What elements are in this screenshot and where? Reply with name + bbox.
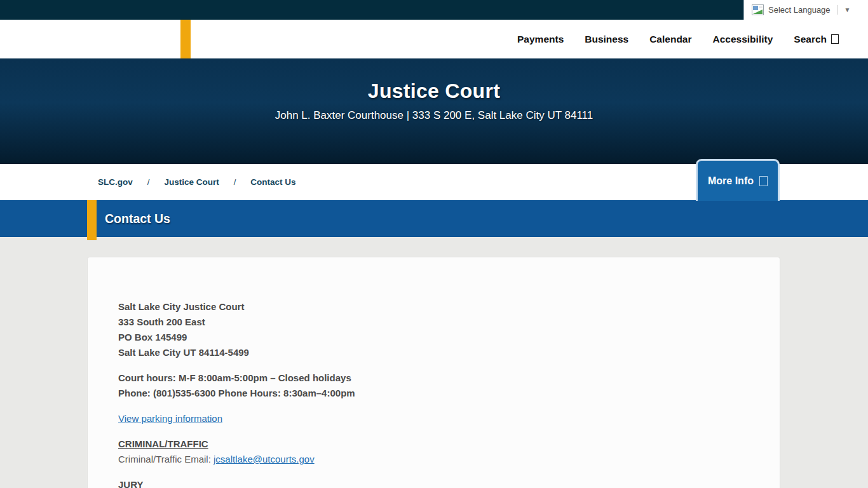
- content-background: Salt Lake City Justice Court 333 South 2…: [0, 237, 868, 488]
- search-icon: [831, 34, 839, 44]
- criminal-email-row: Criminal/Traffic Email: jcsaltlake@utcou…: [118, 452, 749, 467]
- top-utility-bar: Select Language ▼: [0, 0, 868, 20]
- main-navigation: Payments Business Calendar Accessibility…: [517, 20, 839, 58]
- criminal-email-label: Criminal/Traffic Email:: [118, 454, 214, 464]
- nav-item-business[interactable]: Business: [585, 34, 628, 45]
- contact-card: Salt Lake City Justice Court 333 South 2…: [87, 257, 780, 488]
- more-info-button[interactable]: More Info: [696, 159, 780, 201]
- breadcrumb-item-slcgov[interactable]: SLC.gov: [98, 177, 133, 187]
- section-title-band: Contact Us: [0, 200, 868, 237]
- gold-accent-stripe: [180, 20, 191, 58]
- hero-subtitle: John L. Baxter Courthouse | 333 S 200 E,…: [0, 109, 868, 122]
- address-line: Salt Lake City UT 84114-5499: [118, 345, 749, 360]
- chevron-down-icon: ▼: [843, 6, 851, 13]
- nav-item-calendar[interactable]: Calendar: [649, 34, 691, 45]
- more-info-label: More Info: [708, 175, 754, 187]
- hours-block: Court hours: M-F 8:00am-5:00pm – Closed …: [118, 370, 749, 401]
- breadcrumb: SLC.gov / Justice Court / Contact Us: [98, 164, 296, 200]
- address-line: 333 South 200 East: [118, 315, 749, 330]
- court-hours: Court hours: M-F 8:00am-5:00pm – Closed …: [118, 370, 749, 386]
- language-selector[interactable]: Select Language ▼: [743, 0, 868, 20]
- language-selector-label: Select Language: [768, 5, 831, 15]
- site-header: Payments Business Calendar Accessibility…: [0, 20, 868, 58]
- address-line: PO Box 145499: [118, 330, 749, 345]
- breadcrumb-separator: /: [147, 177, 150, 187]
- parking-info-link[interactable]: View parking information: [118, 413, 222, 424]
- phone-hours: Phone: (801)535-6300 Phone Hours: 8:30am…: [118, 386, 749, 401]
- page-title: Justice Court: [0, 58, 868, 103]
- parking-link-row: View parking information: [118, 411, 749, 426]
- breadcrumb-band: SLC.gov / Justice Court / Contact Us Mor…: [0, 164, 868, 200]
- breadcrumb-item-justice-court[interactable]: Justice Court: [164, 177, 219, 187]
- more-info-icon: [759, 176, 768, 186]
- section-title: Contact Us: [105, 200, 170, 237]
- address-line: Salt Lake City Justice Court: [118, 299, 749, 315]
- nav-item-payments[interactable]: Payments: [517, 34, 564, 45]
- nav-item-accessibility[interactable]: Accessibility: [713, 34, 773, 45]
- breadcrumb-item-contact-us[interactable]: Contact Us: [250, 177, 295, 187]
- hero-banner: Justice Court John L. Baxter Courthouse …: [0, 58, 868, 164]
- breadcrumb-separator: /: [234, 177, 236, 187]
- criminal-email-link[interactable]: jcsaltlake@utcourts.gov: [214, 454, 315, 464]
- nav-search[interactable]: Search: [794, 34, 839, 45]
- jury-heading: JURY: [118, 477, 749, 488]
- criminal-traffic-heading: CRIMINAL/TRAFFIC: [118, 437, 749, 452]
- nav-search-label: Search: [794, 34, 827, 45]
- translate-icon: [752, 4, 764, 15]
- language-divider: [837, 5, 838, 15]
- gold-accent-stripe: [87, 200, 97, 240]
